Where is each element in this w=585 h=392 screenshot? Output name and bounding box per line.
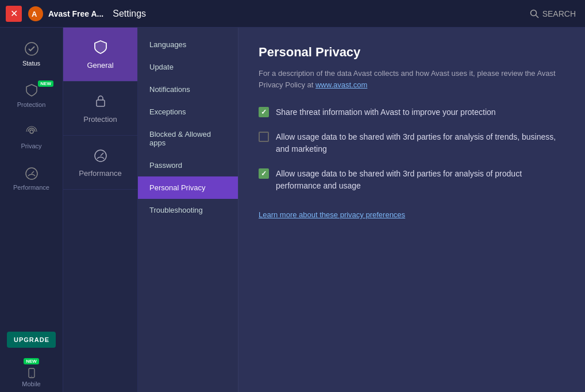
search-button[interactable]: SEARCH bbox=[530, 9, 576, 18]
protection-cat-label: Protection bbox=[83, 115, 117, 124]
menu-password[interactable]: Password bbox=[138, 154, 238, 176]
performance-gauge-icon bbox=[24, 166, 39, 180]
settings-label: Settings bbox=[113, 9, 146, 19]
performance-label: Performance bbox=[13, 184, 49, 191]
category-performance[interactable]: Performance bbox=[63, 136, 137, 190]
checkbox-row-share-threat: Share threat information with Avast to i… bbox=[259, 106, 565, 118]
sidebar-item-privacy[interactable]: Privacy bbox=[0, 116, 63, 157]
checkbox-allow-usage-3rd[interactable] bbox=[259, 132, 269, 142]
checkbox-allow-usage-product-label: Allow usage data to be shared with 3rd p… bbox=[276, 168, 565, 192]
svg-line-3 bbox=[536, 15, 538, 18]
checkbox-share-threat[interactable] bbox=[259, 107, 269, 117]
status-label: Status bbox=[22, 60, 40, 67]
category-general[interactable]: General bbox=[63, 28, 137, 82]
content-description: For a description of the data Avast coll… bbox=[259, 68, 565, 90]
checkbox-share-threat-label: Share threat information with Avast to i… bbox=[276, 106, 496, 118]
mobile-label: Mobile bbox=[22, 381, 40, 387]
sidebar-item-performance[interactable]: Performance bbox=[0, 157, 63, 199]
sidebar-item-mobile[interactable]: NEW Mobile bbox=[0, 353, 63, 392]
protection-label: Protection bbox=[17, 101, 46, 108]
search-label: SEARCH bbox=[542, 9, 576, 18]
privacy-label: Privacy bbox=[21, 143, 41, 149]
menu-languages[interactable]: Languages bbox=[138, 33, 238, 56]
category-protection[interactable]: Protection bbox=[63, 82, 137, 136]
checkbox-row-allow-usage-product: Allow usage data to be shared with 3rd p… bbox=[259, 168, 565, 192]
menu-update[interactable]: Update bbox=[138, 56, 238, 78]
sidebar-item-status[interactable]: Status bbox=[0, 33, 63, 75]
menu-troubleshooting[interactable]: Troubleshooting bbox=[138, 199, 238, 221]
sidebar-icons: Status NEW Protection Privacy bbox=[0, 28, 63, 392]
general-shield-icon bbox=[93, 39, 109, 55]
avast-logo-icon: A bbox=[28, 6, 44, 22]
general-label: General bbox=[87, 61, 113, 70]
main-layout: Status NEW Protection Privacy bbox=[0, 28, 585, 392]
svg-text:A: A bbox=[32, 10, 37, 18]
svg-rect-8 bbox=[29, 368, 34, 378]
fingerprint-icon bbox=[24, 124, 39, 139]
close-button[interactable]: ✕ bbox=[6, 6, 22, 22]
svg-line-12 bbox=[101, 153, 103, 156]
privacy-policy-link[interactable]: www.avast.com bbox=[315, 80, 367, 89]
app-name: Avast Free A... bbox=[48, 9, 103, 18]
mobile-icon bbox=[26, 368, 37, 378]
upgrade-button[interactable]: UPGRADE bbox=[7, 332, 56, 348]
svg-point-5 bbox=[30, 130, 33, 133]
top-bar: ✕ A Avast Free A... Settings SEARCH bbox=[0, 0, 585, 28]
search-icon bbox=[530, 9, 539, 18]
protection-shield-icon bbox=[24, 83, 39, 98]
content-area: Personal Privacy For a description of th… bbox=[238, 28, 585, 392]
new-badge: NEW bbox=[38, 80, 53, 87]
checkbox-allow-usage-product[interactable] bbox=[259, 168, 269, 179]
menu-exceptions[interactable]: Exceptions bbox=[138, 101, 238, 123]
app-logo: A Avast Free A... bbox=[28, 6, 103, 22]
mobile-new-badge: NEW bbox=[24, 358, 39, 364]
description-text: For a description of the data Avast coll… bbox=[259, 69, 556, 89]
sidebar-item-protection[interactable]: NEW Protection bbox=[0, 75, 63, 116]
menu-personal-privacy[interactable]: Personal Privacy bbox=[138, 176, 238, 199]
sidebar-categories: General Protection Performance bbox=[63, 28, 138, 392]
protection-lock-icon bbox=[93, 93, 109, 109]
performance-cat-icon bbox=[93, 147, 109, 163]
menu-notifications[interactable]: Notifications bbox=[138, 78, 238, 101]
content-title: Personal Privacy bbox=[259, 45, 565, 60]
check-circle-icon bbox=[24, 41, 39, 56]
checkbox-row-allow-usage-3rd: Allow usage data to be shared with 3rd p… bbox=[259, 131, 565, 155]
learn-more-link[interactable]: Learn more about these privacy preferenc… bbox=[259, 210, 405, 219]
performance-cat-label: Performance bbox=[79, 169, 121, 178]
svg-line-7 bbox=[32, 171, 34, 174]
checkbox-allow-usage-3rd-label: Allow usage data to be shared with 3rd p… bbox=[276, 131, 565, 155]
menu-blocked-allowed[interactable]: Blocked & Allowed apps bbox=[138, 123, 238, 154]
sidebar-menu: Languages Update Notifications Exception… bbox=[138, 28, 238, 392]
svg-point-2 bbox=[530, 10, 536, 16]
svg-rect-10 bbox=[97, 100, 105, 106]
